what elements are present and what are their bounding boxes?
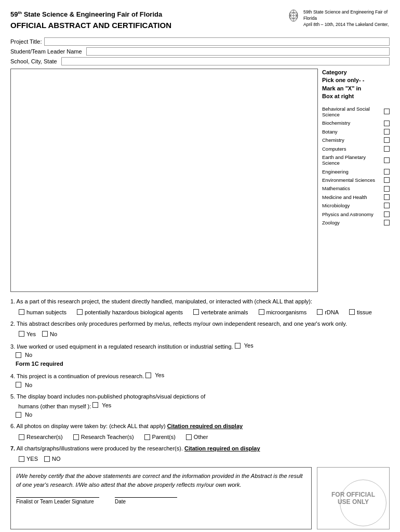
- q6-text: 6. All photos on display were taken by: …: [10, 423, 243, 429]
- q2-yes-checkbox[interactable]: [19, 331, 24, 337]
- q1-text: 1. As a part of this research project, t…: [10, 298, 312, 304]
- q2-no-checkbox[interactable]: [42, 331, 48, 337]
- signature-field: Finalist or Team Leader Signature: [16, 497, 99, 504]
- q1-rdna-checkbox[interactable]: [317, 309, 323, 315]
- logo-text-line1: 59th State Science and Engineering Fair …: [303, 9, 390, 22]
- logo-icon: [286, 9, 301, 25]
- q5-no-checkbox[interactable]: [16, 412, 21, 418]
- abstract-text-box[interactable]: [10, 69, 318, 292]
- q2-text: 2. This abstract describes only procedur…: [10, 321, 347, 327]
- list-item: Biochemistry: [322, 120, 390, 126]
- school-row: School, City, State: [10, 57, 390, 65]
- q1-hazardous-checkbox[interactable]: [77, 309, 83, 315]
- question-4: 4. This project is a continuation of pre…: [10, 371, 390, 389]
- category-checkbox-zoology[interactable]: [384, 220, 390, 225]
- q1-vertebrate-label: vertebrate animals: [201, 308, 248, 317]
- category-checkbox-chemistry[interactable]: [384, 137, 390, 143]
- q3-no-checkbox[interactable]: [16, 352, 21, 358]
- q6-teacher-label: Research Teacher(s): [81, 433, 134, 442]
- certification-box: I/We hereby certify that the above state…: [10, 467, 312, 529]
- list-item: Yes: [92, 401, 111, 410]
- question-5: 5. The display board includes non-publis…: [10, 392, 390, 419]
- list-item: tissue: [349, 308, 372, 317]
- list-item: Yes: [145, 371, 164, 380]
- question-3: 3. I/we worked or used equipment in a re…: [10, 341, 390, 368]
- list-item: Earth and Planetary Science: [322, 154, 390, 166]
- q7-text: All charts/graphs/illustrations were pro…: [17, 445, 260, 451]
- page-header: 59th State Science & Engineering Fair of…: [10, 9, 390, 31]
- q5-yes-checkbox[interactable]: [92, 402, 98, 408]
- q2-no-label: No: [50, 330, 57, 339]
- q4-text: 4. This project is a continuation of pre…: [10, 373, 145, 379]
- category-checkbox-earth[interactable]: [384, 157, 390, 163]
- q4-no-label: No: [25, 381, 32, 390]
- list-item: Yes: [235, 341, 254, 350]
- questions-section: 1. As a part of this research project, t…: [10, 297, 390, 463]
- q6-parent-checkbox[interactable]: [144, 434, 150, 440]
- q1-tissue-checkbox[interactable]: [349, 309, 355, 315]
- q1-human-checkbox[interactable]: [19, 309, 24, 315]
- category-checkbox-computers[interactable]: [384, 146, 390, 152]
- q3-yes-checkbox[interactable]: [235, 343, 241, 349]
- q7-no-checkbox[interactable]: [44, 456, 50, 462]
- official-text-line1: FOR OFFICIAL: [331, 491, 375, 498]
- category-checkbox-physics[interactable]: [384, 211, 390, 217]
- q7-num: 7.: [10, 445, 15, 451]
- q4-no-checkbox[interactable]: [16, 382, 21, 388]
- category-checkbox-math[interactable]: [384, 186, 390, 192]
- title-line2: OFFICIAL ABSTRACT AND CERTIFICATION: [10, 20, 171, 32]
- form-bottom: I/We hereby certify that the above state…: [10, 467, 390, 529]
- q1-micro-label: microorganisms: [266, 308, 307, 317]
- list-item: YES: [19, 455, 38, 463]
- q6-researcher-checkbox[interactable]: [19, 434, 24, 440]
- q1-rdna-label: rDNA: [325, 308, 339, 317]
- q5-yes-label: Yes: [102, 401, 111, 410]
- category-checkbox-microbiology[interactable]: [384, 203, 390, 208]
- q1-micro-checkbox[interactable]: [259, 309, 264, 315]
- q4-yes-checkbox[interactable]: [145, 373, 151, 378]
- list-item: Yes: [19, 330, 36, 339]
- list-item: Computers: [322, 146, 390, 152]
- q7-yes-checkbox[interactable]: [19, 456, 24, 462]
- q6-teacher-checkbox[interactable]: [73, 434, 79, 440]
- question-6: 6. All photos on display were taken by: …: [10, 422, 390, 441]
- list-item: Medicine and Health: [322, 194, 390, 200]
- signature-label: Finalist or Team Leader Signature: [16, 499, 94, 504]
- q6-other-checkbox[interactable]: [186, 434, 192, 440]
- date-field: Date: [115, 497, 177, 504]
- category-checkbox-engineering[interactable]: [384, 169, 390, 175]
- official-use-box: FOR OFFICIAL USE ONLY: [317, 467, 390, 529]
- q1-tissue-label: tissue: [357, 308, 372, 317]
- list-item: Physics and Astronomy: [322, 211, 390, 217]
- list-item: No: [16, 381, 390, 390]
- q3-text: 3. I/we worked or used equipment in a re…: [10, 343, 235, 350]
- q2-yes-label: Yes: [26, 330, 36, 339]
- q5-no-label: No: [25, 410, 32, 419]
- q6-parent-label: Parent(s): [152, 433, 176, 442]
- project-title-input[interactable]: [44, 37, 390, 46]
- student-name-input[interactable]: [86, 47, 390, 56]
- list-item: potentially hazardous biological agents: [77, 308, 183, 317]
- q3-note: Form 1C required: [16, 361, 63, 367]
- school-input[interactable]: [61, 57, 390, 65]
- category-checkbox-behavioral[interactable]: [384, 109, 390, 114]
- q6-researcher-label: Researcher(s): [26, 433, 63, 442]
- main-content-area: Category Pick one only- - Mark an "X" in…: [10, 69, 390, 292]
- list-item: rDNA: [317, 308, 339, 317]
- category-checkbox-medicine[interactable]: [384, 194, 390, 200]
- question-7: 7. All charts/graphs/illustrations were …: [10, 444, 390, 463]
- student-label: Student/Team Leader Name: [10, 48, 82, 55]
- list-item: Behavioral and Social Science: [322, 106, 390, 118]
- title-line1: 59th State Science & Engineering Fair of…: [10, 9, 171, 20]
- category-checkbox-botany[interactable]: [384, 129, 390, 135]
- list-item: vertebrate animals: [193, 308, 248, 317]
- category-checkbox-biochemistry[interactable]: [384, 121, 390, 126]
- list-item: Engineering: [322, 169, 390, 175]
- list-item: Research Teacher(s): [73, 433, 134, 442]
- certification-text: I/We hereby certify that the above state…: [16, 472, 306, 489]
- q1-vertebrate-checkbox[interactable]: [193, 309, 199, 315]
- q1-human-label: human subjects: [26, 308, 66, 317]
- list-item: Parent(s): [144, 433, 176, 442]
- category-checkbox-environmental[interactable]: [384, 177, 390, 183]
- q3-yes-label: Yes: [244, 341, 254, 350]
